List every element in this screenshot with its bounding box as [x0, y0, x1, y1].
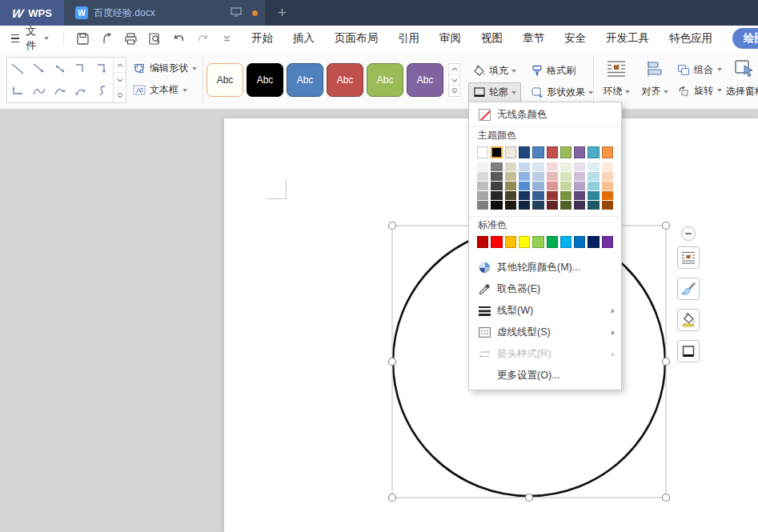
color-swatch[interactable]	[574, 162, 585, 171]
ribbon-tab-1[interactable]: 插入	[293, 31, 315, 46]
color-swatch[interactable]	[560, 162, 572, 171]
layout-options-button[interactable]	[677, 246, 700, 269]
ribbon-tab-2[interactable]: 页面布局	[335, 31, 378, 46]
color-swatch[interactable]	[560, 201, 572, 210]
color-swatch[interactable]	[574, 172, 585, 181]
color-swatch[interactable]	[602, 146, 613, 158]
color-swatch[interactable]	[505, 182, 516, 190]
color-swatch[interactable]	[547, 236, 558, 248]
color-swatch[interactable]	[505, 236, 516, 248]
selection-pane-button[interactable]: 选择窗格	[724, 58, 758, 98]
outline-color-button[interactable]	[677, 340, 700, 362]
color-swatch[interactable]	[491, 182, 502, 190]
document-tab[interactable]: W 百度经验.docx	[64, 0, 266, 26]
arrow-shape-icon[interactable]	[28, 58, 49, 80]
ribbon-tab-0[interactable]: 开始	[251, 31, 273, 46]
color-swatch[interactable]	[560, 236, 572, 248]
resize-handle-bottom-left[interactable]	[389, 494, 396, 502]
color-swatch[interactable]	[560, 191, 572, 200]
color-swatch[interactable]	[532, 182, 543, 190]
resize-handle-top-left[interactable]	[389, 222, 396, 230]
color-swatch[interactable]	[532, 201, 543, 210]
color-swatch[interactable]	[477, 201, 488, 210]
color-swatch[interactable]	[477, 172, 488, 181]
style-more-icon[interactable]	[449, 86, 459, 96]
group-button[interactable]: 组合	[677, 59, 722, 80]
color-swatch[interactable]	[602, 162, 613, 171]
color-swatch[interactable]	[588, 201, 599, 210]
shape-style-chip-5[interactable]: Abc	[407, 63, 443, 97]
color-swatch[interactable]	[532, 162, 543, 171]
document-canvas[interactable]	[0, 110, 758, 532]
no-line-color-item[interactable]: 无线条颜色	[469, 104, 621, 125]
color-swatch[interactable]	[547, 191, 558, 200]
color-swatch[interactable]	[505, 201, 516, 210]
color-swatch[interactable]	[477, 182, 488, 190]
resize-handle-top-right[interactable]	[663, 222, 670, 230]
undo-icon[interactable]	[171, 31, 186, 46]
ribbon-tab-10[interactable]: 绘图工具	[732, 28, 758, 49]
wps-home-button[interactable]: W WPS	[0, 0, 64, 26]
color-swatch[interactable]	[491, 191, 502, 200]
style-scroll-up-icon[interactable]	[449, 64, 459, 75]
fill-color-button[interactable]	[677, 309, 700, 331]
shape-style-chip-2[interactable]: Abc	[287, 63, 323, 97]
color-swatch[interactable]	[574, 191, 585, 200]
print-preview-icon[interactable]	[147, 31, 162, 46]
eyedropper-item[interactable]: 取色器(E)	[469, 278, 621, 300]
color-swatch[interactable]	[560, 182, 572, 190]
color-swatch[interactable]	[505, 162, 516, 171]
color-swatch[interactable]	[491, 146, 502, 158]
gallery-more-icon[interactable]	[114, 88, 126, 102]
outline-button[interactable]: 轮廓	[468, 82, 521, 102]
color-swatch[interactable]	[477, 191, 488, 200]
color-swatch[interactable]	[560, 146, 572, 158]
color-swatch[interactable]	[532, 172, 543, 181]
more-outline-colors-item[interactable]: 其他轮廓颜色(M)...	[469, 257, 621, 278]
color-swatch[interactable]	[519, 236, 530, 248]
color-swatch[interactable]	[574, 182, 585, 190]
text-box-button[interactable]: A 文本框	[133, 79, 202, 101]
color-swatch[interactable]	[505, 146, 516, 158]
color-swatch[interactable]	[588, 146, 599, 158]
color-swatch[interactable]	[574, 201, 585, 210]
color-swatch[interactable]	[602, 172, 613, 181]
color-swatch[interactable]	[547, 182, 558, 190]
shape-style-chip-1[interactable]: Abc	[247, 63, 283, 97]
color-swatch[interactable]	[519, 201, 530, 210]
resize-handle-middle-left[interactable]	[389, 358, 396, 366]
color-swatch[interactable]	[491, 236, 502, 248]
color-swatch[interactable]	[519, 172, 530, 181]
color-swatch[interactable]	[588, 191, 599, 200]
ribbon-tab-9[interactable]: 特色应用	[669, 31, 712, 46]
ribbon-tab-4[interactable]: 审阅	[439, 31, 461, 46]
shape-style-chip-3[interactable]: Abc	[327, 63, 363, 97]
color-swatch[interactable]	[532, 146, 543, 158]
ribbon-tab-6[interactable]: 章节	[523, 31, 544, 46]
edit-shape-button[interactable]: 编辑形状	[133, 58, 202, 79]
curve-shape-icon[interactable]	[28, 80, 49, 102]
format-brush-button[interactable]	[677, 278, 700, 300]
save-icon[interactable]	[75, 31, 90, 46]
style-scroll-down-icon[interactable]	[449, 75, 459, 86]
new-tab-button[interactable]: +	[266, 0, 298, 26]
color-swatch[interactable]	[519, 146, 530, 158]
double-arrow-shape-icon[interactable]	[50, 58, 70, 80]
elbow-connector-icon[interactable]	[70, 58, 91, 80]
line-style-item[interactable]: 线型(W)	[469, 300, 621, 322]
export-icon[interactable]	[99, 31, 114, 46]
color-swatch[interactable]	[477, 162, 488, 171]
curved-double-arrow-shape-icon[interactable]	[70, 80, 91, 102]
color-swatch[interactable]	[588, 162, 599, 171]
presentation-monitor-icon[interactable]	[231, 6, 242, 20]
color-swatch[interactable]	[547, 162, 558, 171]
gallery-scroll-up-icon[interactable]	[114, 58, 126, 73]
freeform-shape-icon[interactable]	[92, 80, 113, 102]
elbow-arrow-connector-icon[interactable]	[92, 58, 113, 80]
color-swatch[interactable]	[491, 162, 502, 171]
color-swatch[interactable]	[519, 191, 530, 200]
dash-style-item[interactable]: 虚线线型(S)	[469, 322, 621, 343]
elbow-double-arrow-connector-icon[interactable]	[7, 80, 28, 102]
color-swatch[interactable]	[505, 172, 516, 181]
color-swatch[interactable]	[519, 162, 530, 171]
